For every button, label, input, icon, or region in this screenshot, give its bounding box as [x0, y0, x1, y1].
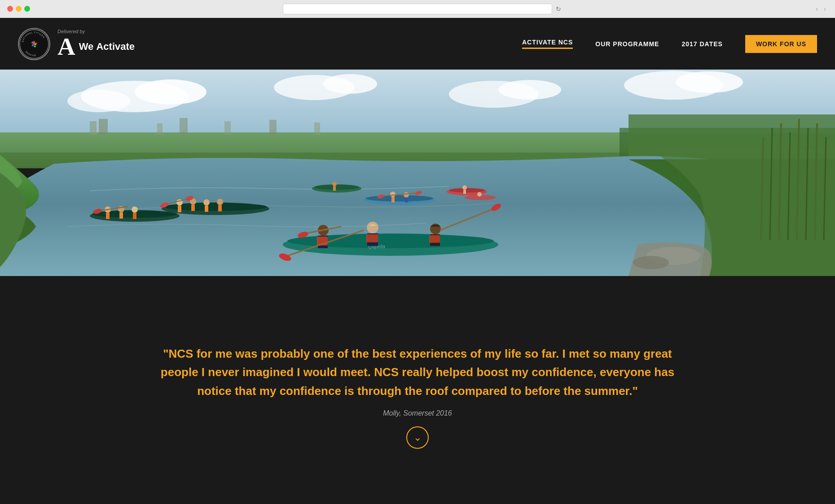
svg-point-40	[366, 195, 433, 202]
minimize-button[interactable]	[16, 6, 22, 12]
svg-point-67	[132, 206, 138, 213]
reload-icon[interactable]: ↻	[556, 5, 561, 13]
address-bar[interactable]	[283, 4, 552, 14]
svg-point-56	[217, 199, 223, 205]
hero-image: Qapella	[0, 70, 835, 276]
logo-area: NATIONAL CITIZEN SERVICE Delivered by A …	[18, 28, 135, 60]
maximize-button[interactable]	[24, 6, 30, 12]
close-button[interactable]	[7, 6, 13, 12]
scroll-down-button[interactable]: ⌄	[406, 426, 429, 449]
svg-rect-44	[405, 197, 408, 202]
svg-point-43	[404, 192, 409, 197]
svg-rect-26	[269, 120, 277, 135]
svg-point-12	[135, 79, 207, 105]
address-bar-area: ↻	[34, 4, 810, 14]
chevron-down-icon: ⌄	[413, 433, 422, 443]
svg-point-79	[367, 222, 378, 233]
forward-button[interactable]: ›	[822, 5, 828, 13]
ncs-badge: NATIONAL CITIZEN SERVICE	[18, 28, 50, 60]
svg-point-13	[67, 90, 130, 112]
svg-point-90	[477, 192, 482, 197]
nav-link-work-for-us[interactable]: WORK FOR US	[745, 35, 817, 53]
brand-tagline: We Activate	[79, 41, 135, 53]
svg-point-54	[203, 199, 210, 206]
ncs-badge-svg: NATIONAL CITIZEN SERVICE	[18, 29, 50, 59]
brand-letter-a: A	[57, 34, 75, 59]
svg-point-100	[633, 256, 669, 269]
svg-point-19	[676, 71, 743, 93]
svg-rect-57	[218, 205, 222, 211]
svg-rect-22	[99, 119, 108, 135]
svg-rect-64	[106, 213, 110, 219]
svg-point-33	[332, 182, 337, 186]
quote-attribution: Molly, Somerset 2016	[383, 409, 452, 417]
svg-point-17	[498, 80, 561, 100]
svg-rect-81	[366, 234, 378, 242]
nav-link-activate-ncs[interactable]: ACTIVATE NCS	[522, 39, 573, 49]
traffic-lights	[7, 6, 30, 12]
nav-links: ACTIVATE NCS OUR PROGRAMME 2017 DATES WO…	[522, 35, 817, 53]
navbar: NATIONAL CITIZEN SERVICE Delivered by A …	[0, 18, 835, 70]
svg-rect-53	[191, 205, 195, 211]
svg-point-36	[449, 188, 485, 193]
svg-rect-27	[314, 123, 320, 135]
we-activate-area: A We Activate	[57, 34, 135, 59]
svg-point-41	[390, 192, 396, 197]
svg-rect-24	[180, 118, 188, 135]
back-button[interactable]: ‹	[814, 5, 820, 13]
svg-rect-38	[463, 190, 466, 194]
svg-point-37	[462, 185, 467, 190]
svg-point-15	[323, 74, 377, 94]
svg-rect-68	[133, 213, 136, 219]
svg-rect-21	[90, 121, 97, 135]
svg-rect-86	[429, 235, 440, 243]
svg-rect-55	[205, 206, 208, 212]
quote-text: "NCS for me was probably one of the best…	[148, 345, 687, 401]
nav-arrows: ‹ ›	[814, 5, 828, 13]
nav-link-2017-dates[interactable]: 2017 DATES	[681, 40, 722, 48]
hero-section: Qapella	[0, 70, 835, 276]
quote-section: "NCS for me was probably one of the best…	[0, 276, 835, 504]
browser-chrome: ↻ ‹ ›	[0, 0, 835, 18]
website: NATIONAL CITIZEN SERVICE Delivered by A …	[0, 18, 835, 504]
svg-point-32	[314, 184, 359, 190]
svg-rect-23	[157, 123, 163, 135]
nav-link-our-programme[interactable]: OUR PROGRAMME	[595, 40, 659, 48]
svg-rect-42	[391, 197, 395, 202]
brand-logo: Delivered by A We Activate	[57, 29, 135, 59]
svg-rect-34	[333, 186, 336, 191]
svg-rect-25	[224, 121, 231, 135]
svg-rect-66	[119, 212, 123, 219]
svg-rect-51	[178, 206, 181, 212]
